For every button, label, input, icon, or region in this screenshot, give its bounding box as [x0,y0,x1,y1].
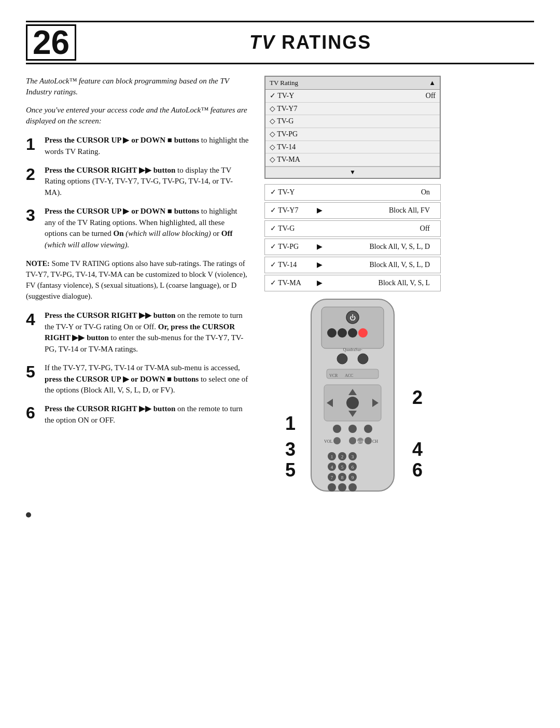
page-header: 26 TV Ratings [26,21,534,64]
svg-point-40 [338,483,346,492]
badge-5: 5 [285,457,296,483]
svg-text:VCR: VCR [329,373,338,378]
bottom-dot [26,512,31,517]
svg-text:CH: CH [372,439,378,444]
svg-point-7 [358,328,368,338]
rating-block-tvma: ✓ TV-MA ▶ Block All, V, S, L [264,275,441,291]
svg-text:2: 2 [341,454,344,459]
bottom-section [26,512,534,517]
svg-text:6: 6 [352,465,354,470]
tv-rating-row-4: ◇ TV-14 [265,141,440,154]
page-title: TV Ratings [87,30,534,55]
step-text-6: Press the CURSOR RIGHT ▶▶ button on the … [45,403,249,426]
svg-text:QuadraSur-: QuadraSur- [343,347,362,352]
rating-block-tvy7: ✓ TV-Y7 ▶ Block All, FV [264,202,441,219]
remote-wrapper: ⏻ QuadraSur- VCR ACC [264,297,441,502]
rating-block-tv14: ✓ TV-14 ▶ Block All, V, S, L, D [264,257,441,273]
tv-rating-row-1: ◇ TV-Y7 [265,103,440,116]
tv-rating-row-5: ◇ TV-MA [265,153,440,166]
intro-paragraph-2: Once you've entered your access code and… [26,105,249,127]
tv-rating-header-arrow: ▲ [429,78,436,88]
right-column: TV Rating ▲ ✓ TV-Y Off ◇ TV-Y7 ◇ TV-G ◇ … [264,76,441,502]
svg-text:7: 7 [331,475,333,480]
svg-text:ACC: ACC [345,373,353,378]
step-number-1: 1 [26,136,40,152]
svg-point-25 [333,437,341,444]
step-number-2: 2 [26,166,40,183]
svg-text:3: 3 [352,454,354,459]
step-6: 6 Press the CURSOR RIGHT ▶▶ button on th… [26,403,249,426]
svg-point-39 [328,483,336,492]
step-5: 5 If the TV-Y7, TV-PG, TV-14 or TV-MA su… [26,362,249,396]
rating-blocks: ✓ TV-Y On ✓ TV-Y7 ▶ Block All, FV ✓ TV-G… [264,184,441,291]
badge-6: 6 [412,457,423,483]
svg-point-26 [349,437,356,444]
svg-text:⏻: ⏻ [349,314,356,321]
rating-block-tvpg: ✓ TV-PG ▶ Block All, V, S, L, D [264,239,441,255]
svg-point-22 [364,425,372,433]
step-1: 1 Press the CURSOR UP ▶ or DOWN ■ button… [26,135,249,158]
svg-text:5: 5 [341,465,344,470]
svg-text:MUTE: MUTE [356,440,365,443]
step-text-4: Press the CURSOR RIGHT ▶▶ button on the … [45,310,249,355]
remote-svg: ⏻ QuadraSur- VCR ACC [296,297,410,499]
svg-point-6 [348,328,357,338]
step-text-1: Press the CURSOR UP ▶ or DOWN ■ buttons … [45,135,249,158]
tv-rating-header-label: TV Rating [270,78,298,88]
step-number-6: 6 [26,404,40,421]
content-wrapper: The AutoLock™ feature can block programm… [26,76,534,502]
svg-point-21 [348,425,357,433]
note-paragraph: NOTE: Some TV RATING options also have s… [26,258,249,302]
step-4: 4 Press the CURSOR RIGHT ▶▶ button on th… [26,310,249,355]
step-text-2: Press the CURSOR RIGHT ▶▶ button to disp… [45,165,249,199]
step-3: 3 Press the CURSOR UP ▶ or DOWN ■ button… [26,206,249,251]
svg-point-9 [337,354,347,364]
left-column: The AutoLock™ feature can block programm… [26,76,249,502]
step-number-4: 4 [26,311,40,328]
svg-text:1: 1 [331,454,333,459]
tv-rating-table-top: TV Rating ▲ ✓ TV-Y Off ◇ TV-Y7 ◇ TV-G ◇ … [264,76,441,179]
tv-rating-row-2: ◇ TV-G [265,115,440,128]
remote-container: ⏻ QuadraSur- VCR ACC [296,297,410,502]
svg-point-5 [338,328,347,338]
tv-rating-row-0: ✓ TV-Y Off [265,90,440,103]
svg-point-41 [348,483,357,492]
badge-2: 2 [412,385,423,411]
page-number: 26 [26,24,76,61]
svg-text:9: 9 [352,475,354,480]
svg-text:8: 8 [341,475,344,480]
tv-rating-table-footer: ▼ [265,166,440,178]
svg-point-10 [358,354,368,364]
svg-text:VOL: VOL [324,439,333,444]
step-2: 2 Press the CURSOR RIGHT ▶▶ button to di… [26,165,249,199]
svg-point-20 [333,425,341,433]
svg-point-27 [365,437,372,444]
badge-1: 1 [285,411,296,437]
rating-block-tvy: ✓ TV-Y On [264,184,441,201]
intro-paragraph-1: The AutoLock™ feature can block programm… [26,76,249,97]
step-text-3: Press the CURSOR UP ▶ or DOWN ■ buttons … [45,206,249,251]
svg-point-19 [346,397,359,409]
svg-point-4 [327,328,337,338]
rating-block-tvg: ✓ TV-G Off [264,220,441,237]
step-text-5: If the TV-Y7, TV-PG, TV-14 or TV-MA sub-… [45,362,249,396]
step-number-3: 3 [26,207,40,223]
svg-text:4: 4 [331,465,333,470]
tv-rating-row-3: ◇ TV-PG [265,128,440,141]
tv-rating-table-header: TV Rating ▲ [265,77,440,90]
step-number-5: 5 [26,363,40,380]
